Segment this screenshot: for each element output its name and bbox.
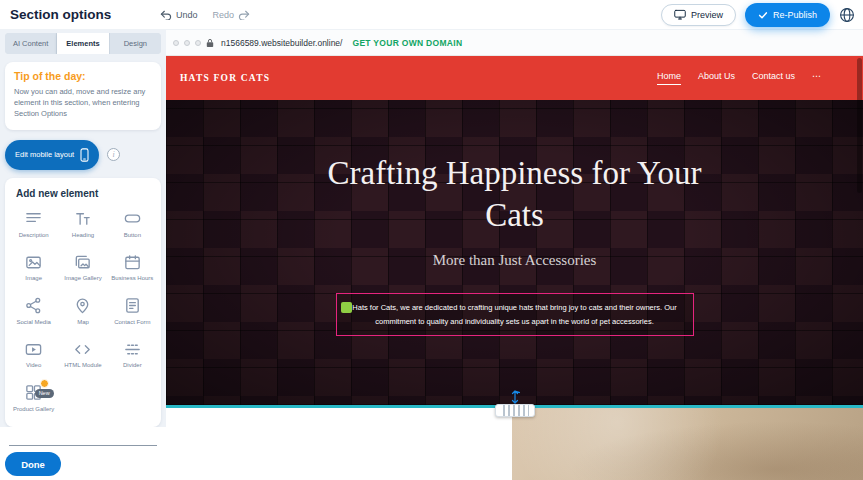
heading-icon [73, 209, 93, 229]
redo-button[interactable]: Redo [213, 10, 251, 20]
element-label: Image Gallery [64, 275, 101, 283]
toolbar-actions: Preview Re-Publish [661, 3, 863, 27]
image-icon [24, 252, 44, 272]
divider-icon [122, 339, 142, 359]
map-pin-icon [73, 296, 93, 316]
language-globe-button[interactable] [839, 7, 855, 23]
element-label: Button [124, 232, 141, 240]
element-label: HTML Module [64, 362, 101, 370]
add-element-title: Add new element [16, 188, 157, 199]
scrollbar-thumb[interactable] [857, 58, 862, 193]
check-icon [758, 10, 768, 20]
element-map[interactable]: Map [58, 296, 107, 327]
product-gallery-icon: New [24, 383, 44, 403]
app-window: Section options Undo Redo Preview Re-Pub… [0, 0, 863, 480]
nav-more-menu[interactable]: ⋯ [812, 71, 821, 85]
undo-label: Undo [176, 10, 198, 20]
element-html-module[interactable]: HTML Module [58, 339, 107, 370]
notification-dot [40, 379, 49, 388]
selected-text-element[interactable]: Hats for Cats, we are dedicated to craft… [336, 293, 694, 335]
description-icon [24, 209, 44, 229]
preview-label: Preview [691, 10, 723, 20]
hero-heading[interactable]: Crafting Happiness for Your Cats [310, 100, 720, 236]
get-domain-link[interactable]: GET YOUR OWN DOMAIN [352, 38, 462, 48]
edit-mobile-label: Edit mobile layout [15, 150, 74, 159]
site-logo[interactable]: HATS FOR CATS [180, 73, 270, 83]
element-label: Video [26, 362, 41, 370]
window-dot [184, 40, 190, 46]
tab-elements[interactable]: Elements [57, 33, 109, 54]
edit-mobile-layout-button[interactable]: Edit mobile layout [5, 140, 99, 170]
element-social-media[interactable]: Social Media [9, 296, 58, 327]
hero-body-text: Hats for Cats, we are dedicated to craft… [352, 303, 676, 325]
history-controls: Undo Redo [160, 10, 250, 20]
preview-pane: n1566589.websitebuilder.online/ GET YOUR… [166, 30, 863, 480]
hero-section: Crafting Happiness for Your Cats More th… [166, 100, 863, 405]
tip-of-the-day-card: Tip of the day: Now you can add, move an… [5, 62, 161, 130]
footer-divider [9, 445, 157, 446]
site-scrollbar [856, 56, 863, 480]
element-description[interactable]: Description [9, 209, 58, 240]
next-section-photo[interactable] [512, 408, 863, 480]
image-gallery-icon [73, 252, 93, 272]
element-label: Business Hours [111, 275, 153, 283]
element-label: Social Media [16, 319, 50, 327]
top-toolbar: Section options Undo Redo Preview Re-Pub… [0, 0, 863, 30]
preview-button[interactable]: Preview [661, 4, 736, 26]
element-video[interactable]: Video [9, 339, 58, 370]
globe-icon [839, 7, 855, 23]
element-business-hours[interactable]: Business Hours [108, 252, 157, 283]
add-element-panel: Add new element Description Heading Butt… [5, 178, 161, 428]
republish-label: Re-Publish [773, 10, 817, 20]
element-label: Product Gallery [13, 406, 54, 414]
new-badge: New [35, 389, 54, 398]
element-contact-form[interactable]: Contact Form [108, 296, 157, 327]
nav-home[interactable]: Home [657, 71, 681, 85]
contact-form-icon [122, 296, 142, 316]
info-icon[interactable]: i [107, 148, 120, 161]
done-button[interactable]: Done [5, 452, 61, 476]
next-section [166, 408, 863, 480]
tab-ai-content[interactable]: AI Content [5, 33, 57, 54]
redo-icon [238, 10, 250, 20]
image-placeholder-icon[interactable] [341, 302, 352, 313]
tab-design[interactable]: Design [110, 33, 161, 54]
undo-icon [160, 10, 172, 20]
element-label: Heading [72, 232, 94, 240]
drag-handle-pill [495, 404, 535, 417]
section-options-sidebar: AI Content Elements Design Tip of the da… [0, 30, 166, 480]
lock-icon [206, 38, 214, 48]
page-title: Section options [0, 7, 160, 22]
element-button[interactable]: Button [108, 209, 157, 240]
element-label: Map [77, 319, 89, 327]
nav-about-us[interactable]: About Us [698, 71, 735, 85]
element-label: Divider [123, 362, 142, 370]
element-label: Description [19, 232, 49, 240]
up-down-arrow-icon [510, 390, 520, 404]
code-icon [73, 339, 93, 359]
section-resize-handle[interactable] [495, 390, 535, 417]
element-image[interactable]: Image [9, 252, 58, 283]
tip-title: Tip of the day: [14, 70, 152, 82]
element-image-gallery[interactable]: Image Gallery [58, 252, 107, 283]
social-media-icon [24, 296, 44, 316]
hero-subheading[interactable]: More than Just Accessories [166, 252, 863, 269]
element-heading[interactable]: Heading [58, 209, 107, 240]
nav-contact-us[interactable]: Contact us [752, 71, 795, 85]
republish-button[interactable]: Re-Publish [745, 3, 830, 27]
site-url: n1566589.websitebuilder.online/ [221, 38, 342, 48]
mobile-layout-row: Edit mobile layout i [5, 140, 161, 170]
sidebar-tabs: AI Content Elements Design [5, 33, 161, 54]
window-dot [173, 40, 179, 46]
site-nav: Home About Us Contact us ⋯ [657, 71, 849, 85]
sidebar-footer: Done [0, 427, 166, 480]
website-canvas: HATS FOR CATS Home About Us Contact us ⋯… [166, 56, 863, 480]
element-label: Image [25, 275, 42, 283]
element-divider[interactable]: Divider [108, 339, 157, 370]
undo-button[interactable]: Undo [160, 10, 198, 20]
button-icon [122, 209, 142, 229]
element-grid: Description Heading Button Image Image G… [9, 209, 157, 414]
element-product-gallery[interactable]: New Product Gallery [9, 383, 58, 414]
window-dot [195, 40, 201, 46]
business-hours-icon [122, 252, 142, 272]
